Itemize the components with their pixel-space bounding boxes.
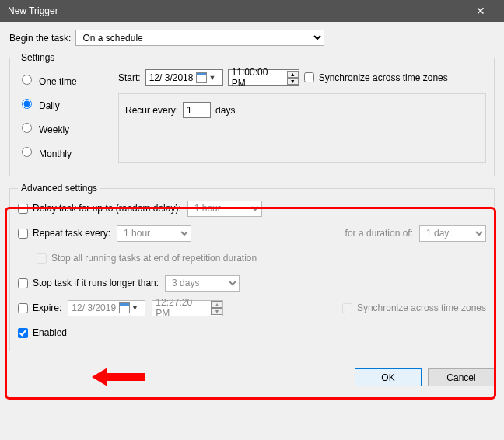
begin-task-label: Begin the task: [9,33,71,44]
radio-one-time[interactable]: One time [18,72,102,87]
expire-sync-checkbox: Synchronize across time zones [342,302,486,313]
stop-repetition-checkbox: Stop all running tasks at end of repetit… [37,253,257,264]
start-date-picker[interactable]: 12/ 3/2018 ▼ [145,69,223,86]
radio-weekly[interactable]: Weekly [18,120,102,135]
settings-group: Settings One time Daily Weekly Monthly S… [9,52,495,176]
cancel-button[interactable]: Cancel [428,368,495,386]
sync-timezones-checkbox[interactable]: Synchronize across time zones [304,72,448,83]
spin-up-icon[interactable]: ▲ [287,71,299,78]
spin-down-icon[interactable]: ▼ [211,308,222,315]
repeat-value-select[interactable]: 1 hour [117,225,191,242]
calendar-icon [196,72,207,83]
expire-checkbox[interactable]: Expire: [18,302,61,313]
duration-label: for a duration of: [345,228,413,239]
recur-unit: days [215,105,235,116]
radio-monthly[interactable]: Monthly [18,145,102,159]
start-label: Start: [118,72,141,83]
advanced-settings-group: Advanced settings Delay task for up to (… [9,183,495,351]
stop-long-value-select[interactable]: 3 days [165,275,240,292]
duration-value-select[interactable]: 1 day [419,225,486,242]
delay-value-select[interactable]: 1 hour [187,201,262,217]
stop-long-checkbox[interactable]: Stop task if it runs longer than: [18,278,159,288]
begin-task-row: Begin the task: On a schedule [9,30,495,46]
radio-daily[interactable]: Daily [18,96,102,111]
content-area: Begin the task: On a schedule Settings O… [0,22,504,364]
button-bar: OK Cancel [0,364,504,394]
delay-task-checkbox[interactable]: Delay task for up to (random delay): [18,203,181,214]
start-time-spinner[interactable]: 11:00:00 PM ▲▼ [228,69,299,86]
settings-legend: Settings [18,52,58,63]
titlebar: New Trigger ✕ [0,0,504,22]
expire-time-spinner[interactable]: 12:27:20 PM ▲▼ [152,300,223,316]
window-title: New Trigger [8,5,465,16]
spin-up-icon[interactable]: ▲ [211,301,222,308]
schedule-radio-group: One time Daily Weekly Monthly [18,69,102,168]
calendar-icon [119,302,130,313]
recur-label: Recur every: [125,105,178,116]
close-icon[interactable]: ✕ [465,5,496,17]
chevron-down-icon: ▼ [131,304,138,312]
expire-date-picker[interactable]: 12/ 3/2019 ▼ [68,300,145,316]
enabled-checkbox[interactable]: Enabled [18,327,67,338]
repeat-task-checkbox[interactable]: Repeat task every: [18,228,110,239]
chevron-down-icon: ▼ [208,74,215,82]
advanced-legend: Advanced settings [18,183,100,194]
spin-down-icon[interactable]: ▼ [287,78,299,85]
begin-task-select[interactable]: On a schedule [75,30,324,46]
ok-button[interactable]: OK [355,368,422,386]
recur-value-input[interactable] [183,102,211,118]
